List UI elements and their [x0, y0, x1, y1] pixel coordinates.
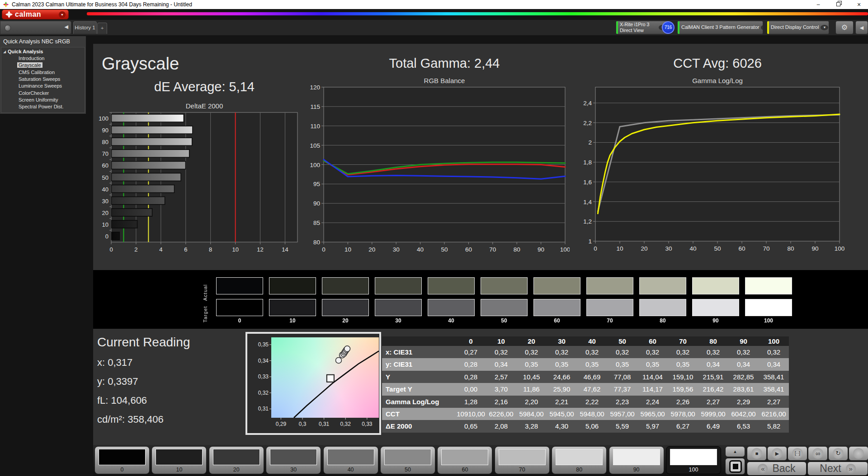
sidebar-item-colorchecker[interactable]: ColorChecker	[19, 90, 49, 96]
record-button[interactable]	[849, 446, 868, 461]
pattern-level-swatch	[670, 449, 717, 465]
pattern-window-button[interactable]	[725, 458, 745, 475]
play-button[interactable]: ▶	[767, 446, 787, 461]
meter-dropdown[interactable]: X-Rite i1Pro 3 Direct View ▼	[616, 21, 669, 34]
pattern-level-swatch	[556, 449, 603, 465]
pattern-up-button[interactable]: ▲	[725, 446, 745, 457]
table-col-header: 90	[728, 336, 759, 346]
next-label: Next	[820, 462, 841, 475]
pattern-level-button-70[interactable]: 70	[495, 446, 550, 474]
collapse-sidebar-icon[interactable]: ◀	[65, 24, 68, 30]
svg-text:0: 0	[109, 246, 113, 253]
settings-button[interactable]: ⚙	[835, 21, 854, 34]
table-cell: 114,17	[637, 383, 668, 395]
sidebar-item-screen-uniformity[interactable]: Screen Uniformity	[19, 97, 58, 103]
table-cell: 2,20	[516, 396, 547, 408]
table-cell: 11,86	[516, 383, 547, 395]
display-control-label: Direct Display Control	[769, 24, 821, 31]
strip-level-label: 0	[216, 317, 263, 324]
continuous-measure-button[interactable]: ∞	[808, 446, 828, 461]
pattern-level-label: 50	[381, 467, 435, 473]
pattern-level-label: 80	[552, 467, 606, 473]
actual-swatch-0	[216, 277, 263, 294]
svg-text:100: 100	[835, 245, 845, 252]
pattern-level-button-0[interactable]: 0	[94, 446, 150, 474]
pattern-level-label: 10	[152, 467, 206, 473]
pattern-level-bar: ▲ ■ ▶ [··] ∞ ↻ « Back Next » 01020304050…	[93, 445, 868, 476]
sidebar-item-introduction[interactable]: Introduction	[19, 56, 44, 61]
sidebar-item-grayscale[interactable]: Grayscale	[17, 62, 42, 68]
series-measure-button[interactable]: [··]	[788, 446, 807, 461]
actual-swatch-60	[533, 277, 580, 294]
brand-header: calman ▼	[0, 9, 868, 20]
actual-swatch-10	[269, 277, 316, 294]
calman-wordmark: calman	[15, 10, 41, 19]
svg-text:2: 2	[588, 139, 592, 146]
collapse-panel-button[interactable]: ◀	[855, 21, 868, 34]
table-cell: 159,56	[668, 383, 698, 395]
svg-text:0: 0	[322, 246, 326, 253]
pattern-level-button-90[interactable]: 90	[609, 446, 664, 474]
workflow-sidebar: Quick Analysis NBC sRGB ◢ Quick Analysis…	[0, 36, 86, 114]
add-tab-button[interactable]: +	[97, 23, 107, 34]
target-swatch-40	[428, 299, 475, 316]
svg-text:80: 80	[313, 239, 320, 246]
pattern-level-button-20[interactable]: 20	[209, 446, 264, 474]
left-arrow-icon: ◀	[860, 25, 863, 30]
close-button[interactable]: ×	[850, 0, 868, 9]
pattern-level-button-80[interactable]: 80	[552, 446, 607, 474]
tree-root-quick-analysis[interactable]: Quick Analysis	[8, 49, 43, 54]
table-cell: 0,34	[698, 358, 728, 370]
pattern-level-button-60[interactable]: 60	[437, 446, 492, 474]
svg-text:70: 70	[489, 246, 496, 253]
pattern-generator-dropdown[interactable]: CalMAN Client 3 Pattern Generator ▼	[677, 21, 763, 34]
sidebar-item-cms-calibration[interactable]: CMS Calibration	[19, 70, 55, 75]
calman-menu-button[interactable]: calman ▼	[2, 9, 69, 19]
pattern-level-button-50[interactable]: 50	[380, 446, 435, 474]
svg-text:115: 115	[310, 103, 320, 110]
up-arrow-icon: ▲	[733, 449, 737, 454]
back-label: Back	[772, 462, 795, 475]
table-cell: 6226,00	[486, 408, 516, 420]
table-cell: 2,16	[486, 396, 516, 408]
tab-history-1[interactable]: History 1	[73, 21, 97, 34]
sidebar-item-luminance-sweeps[interactable]: Luminance Sweeps	[19, 83, 62, 89]
svg-text:85: 85	[313, 219, 320, 226]
pattern-level-button-30[interactable]: 30	[266, 446, 321, 474]
loop-button[interactable]: ↻	[828, 446, 848, 461]
table-cell: 6216,00	[759, 408, 789, 420]
sidebar-item-saturation-sweeps[interactable]: Saturation Sweeps	[19, 76, 60, 82]
svg-text:90: 90	[102, 127, 108, 134]
back-button[interactable]: « Back	[747, 462, 807, 476]
display-control-dropdown[interactable]: Direct Display Control ▼	[767, 21, 829, 34]
restore-button[interactable]	[830, 0, 848, 9]
actual-swatch-90	[692, 277, 739, 294]
minimize-button[interactable]: –	[809, 0, 827, 9]
pattern-level-swatch	[213, 449, 260, 465]
actual-swatch-70	[586, 277, 633, 294]
status-indicator[interactable]	[5, 25, 11, 31]
next-button[interactable]: Next »	[807, 462, 868, 476]
strip-level-label: 70	[586, 317, 633, 324]
table-cell: 2,57	[486, 371, 516, 383]
table-corner-cell	[382, 336, 456, 346]
target-swatch-30	[375, 299, 422, 316]
target-swatch-10	[269, 299, 316, 316]
gamma-chart-title: Gamma Log/Log	[595, 77, 840, 84]
tree-expander-icon[interactable]: ◢	[3, 50, 6, 54]
actual-swatch-30	[375, 277, 422, 294]
sidebar-item-spectral-power-dist-[interactable]: Spectral Power Dist.	[19, 104, 64, 109]
pattern-level-button-10[interactable]: 10	[151, 446, 207, 474]
pattern-level-button-40[interactable]: 40	[323, 446, 378, 474]
current-reading-y: y: 0,3397	[97, 376, 138, 387]
table-cell: 0,32	[516, 346, 547, 358]
pattern-level-label: 0	[95, 467, 149, 473]
table-cell: 2,22	[577, 396, 607, 408]
stop-button[interactable]: ■	[747, 446, 767, 461]
logo-dropdown-icon[interactable]: ▼	[59, 11, 66, 18]
pattern-level-button-100[interactable]: 100	[666, 446, 721, 474]
table-cell: 0,27	[456, 346, 486, 358]
table-cell: 1,28	[456, 396, 486, 408]
table-col-header: 60	[637, 336, 668, 346]
window-pattern-icon	[729, 460, 742, 473]
